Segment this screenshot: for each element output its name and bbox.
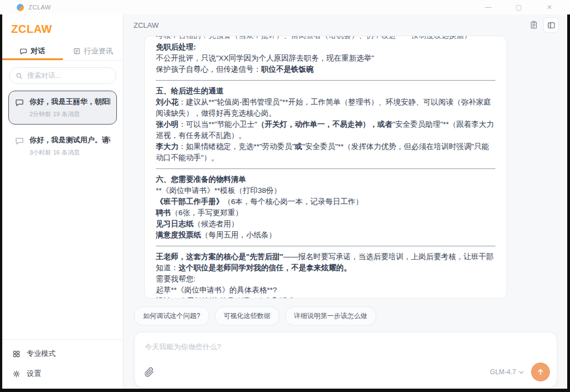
- panel-toggle-icon: [547, 21, 556, 29]
- message-paragraph: 张小明：可以当**"节能小卫士"（开关灯，动作单一，不易走神），或者"安全委员助…: [156, 119, 495, 141]
- sidebar-tabs: 对话行业资讯: [2, 42, 123, 61]
- os-titlebar: ZCLAW — ▢ ✕: [0, 0, 570, 14]
- assistant-message-body: 免职后处理:不公开批评，只说"XX同学因为个人原因辞去职务，现在重新选举"保护孩…: [156, 42, 495, 299]
- search-placeholder: 搜索对话...: [27, 71, 61, 81]
- chat-bubble-icon: [15, 98, 24, 107]
- sidebar: ZCLAW 对话行业资讯 搜索对话... 你好，我是王丽华，朝阳区...2分钟前…: [2, 14, 124, 389]
- suggestion-chips: 如何调试这个问题?可视化这些数据详细说明第一步该怎么做: [134, 306, 567, 326]
- minimize-button[interactable]: —: [483, 3, 493, 11]
- arrow-up-icon: [536, 368, 545, 376]
- app-logo-icon: [17, 4, 24, 11]
- assistant-message-card: 考核不合格的：先预警（当众不批评）、留岗查看（给机会）、仍不改进——按制度改选换…: [144, 36, 507, 299]
- professional-mode-item[interactable]: 专业模式: [12, 349, 113, 359]
- sidebar-footer: 专业模式设置: [2, 339, 123, 389]
- message-divider: [156, 80, 495, 81]
- message-paragraph: 李大力：如果情绪稳定，竞选**"劳动委员"或"安全委员"**（发挥体力优势，但必…: [156, 141, 495, 163]
- message-paragraph: 需要我帮您:: [156, 274, 495, 285]
- send-button[interactable]: [531, 363, 550, 381]
- header-actions: [529, 17, 559, 33]
- message-paragraph: 《班干部工作手册》（6本，每个核心岗一本，记录每日工作）: [156, 196, 495, 207]
- maximize-button[interactable]: ▢: [514, 3, 524, 11]
- close-button[interactable]: ✕: [544, 3, 554, 11]
- clipboard-icon[interactable]: [529, 21, 538, 29]
- chevron-down-icon: [518, 369, 524, 375]
- search-input[interactable]: 搜索对话...: [9, 67, 116, 84]
- model-select[interactable]: GLM-4.7: [490, 368, 524, 376]
- conversation-title: 你好，我是王丽华，朝阳区...: [30, 97, 110, 107]
- window-title: ZCLAW: [28, 4, 51, 11]
- chat-header-title: ZCLAW: [134, 21, 159, 29]
- main-panel: ZCLAW 考核不合格的：先预警（当众不批评）、留岗查看（给机会）、仍不改进——…: [124, 14, 567, 389]
- suggestion-chip[interactable]: 可视化这些数据: [215, 306, 279, 326]
- message-divider: [156, 246, 495, 246]
- conversation-item[interactable]: 你好，我是测试用户。请确...3小时前 16 条消息: [8, 129, 117, 163]
- message-paragraph: 见习日志纸（候选者用）: [156, 219, 495, 230]
- message-paragraph: 设计**"班干部培训"的具体课程内容和话术**？: [156, 296, 495, 299]
- grid-icon: [12, 350, 21, 358]
- app-window: ZCLAW 对话行业资讯 搜索对话... 你好，我是王丽华，朝阳区...2分钟前…: [2, 14, 567, 389]
- model-select-label: GLM-4.7: [490, 368, 516, 376]
- chat-bubble-icon: [15, 136, 24, 145]
- tab-conversations[interactable]: 对话: [2, 42, 63, 60]
- message-divider: [156, 168, 495, 169]
- tab-industry-news[interactable]: 行业资讯: [63, 42, 124, 60]
- search-icon: [16, 72, 23, 80]
- clipped-message-line: 考核不合格的：先预警（当众不批评）、留岗查看（给机会）、仍不改进——按制度改选换…: [156, 36, 495, 42]
- conversation-meta: 2分钟前 19 条消息: [30, 110, 110, 118]
- message-paragraph: 免职后处理:: [156, 42, 495, 53]
- window-controls: — ▢ ✕: [483, 3, 570, 11]
- composer-placeholder: 今天我能为你做些什么?: [145, 342, 547, 352]
- message-paragraph: 五、给后进生的通道: [156, 86, 495, 97]
- conversation-meta: 3小时前 16 条消息: [30, 148, 110, 157]
- message-paragraph: 保护孩子自尊心，但传递信号：职位不是铁饭碗: [156, 64, 495, 75]
- composer-right: GLM-4.7: [490, 363, 550, 381]
- message-paragraph: 刘小花：建议从**"轮值岗-图书管理员"**开始，工作简单（整理书）、环境安静、…: [156, 97, 495, 119]
- conversation-item[interactable]: 你好，我是王丽华，朝阳区...2分钟前 19 条消息: [8, 91, 117, 125]
- paperclip-icon[interactable]: [144, 366, 155, 378]
- message-composer[interactable]: 今天我能为你做些什么? GLM-4.7: [134, 332, 557, 388]
- message-paragraph: 起草**《岗位申请书》的具体表格**?: [156, 285, 495, 296]
- panel-toggle-button[interactable]: [543, 17, 559, 33]
- chat-bubble-icon: [19, 47, 27, 55]
- news-icon: [73, 47, 81, 55]
- message-paragraph: 王老师，这套方案的核心是"先苦后甜"——报名时要写承诺，当选后要培训，上岗后要考…: [156, 251, 495, 274]
- conversation-title: 你好，我是测试用户。请确...: [30, 135, 110, 145]
- composer-toolbar: GLM-4.7: [144, 363, 550, 381]
- gear-icon: [12, 370, 21, 378]
- message-paragraph: 聘书（6张，手写更郑重）: [156, 207, 495, 219]
- suggestion-chip[interactable]: 如何调试这个问题?: [134, 306, 209, 326]
- brand-wordmark: ZCLAW: [2, 14, 123, 42]
- settings-item[interactable]: 设置: [12, 369, 113, 379]
- main-header: ZCLAW: [124, 14, 567, 36]
- message-paragraph: 六、您需要准备的物料清单: [156, 174, 495, 185]
- conversation-list: 你好，我是王丽华，朝阳区...2分钟前 19 条消息你好，我是测试用户。请确..…: [2, 90, 123, 163]
- message-paragraph: 不公开批评，只说"XX同学因为个人原因辞去职务，现在重新选举": [156, 53, 495, 64]
- message-paragraph: 满意度投票纸（每周五用，小纸条）: [156, 230, 495, 241]
- message-paragraph: **《岗位申请书》**模板（打印38份）: [156, 185, 495, 196]
- suggestion-chip[interactable]: 详细说明第一步该怎么做: [285, 306, 376, 326]
